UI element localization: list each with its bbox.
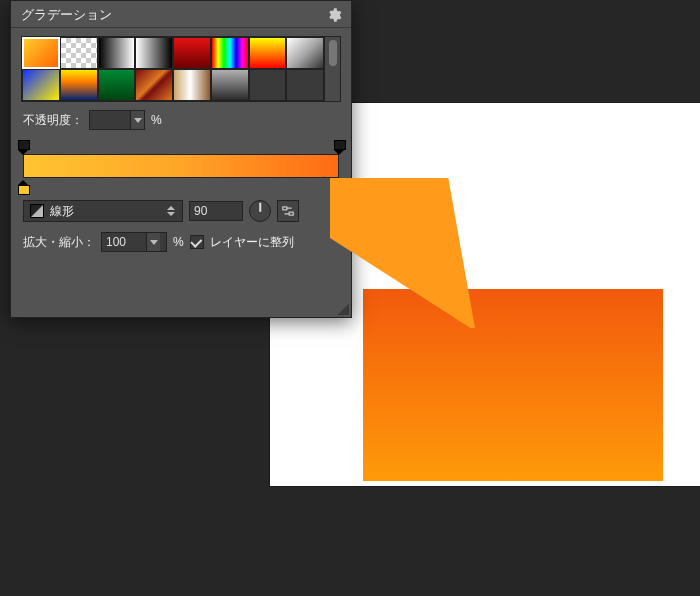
gradient-swatch[interactable] [135, 37, 173, 69]
workspace-bg [0, 516, 700, 596]
color-stop[interactable] [334, 180, 344, 192]
gradient-swatch[interactable] [286, 69, 324, 101]
reverse-gradient-button[interactable] [277, 200, 299, 222]
preset-scrollbar[interactable] [324, 37, 340, 101]
select-arrows-icon [166, 203, 176, 219]
gradient-swatch[interactable] [22, 37, 60, 69]
gradient-type-label: 線形 [50, 203, 160, 220]
gradient-bar[interactable] [23, 154, 339, 178]
color-stop[interactable] [18, 180, 28, 192]
gradient-swatch[interactable] [211, 37, 249, 69]
scale-stepper[interactable] [146, 233, 160, 251]
opacity-field[interactable] [89, 110, 145, 130]
gradient-swatch[interactable] [249, 37, 287, 69]
align-label: レイヤーに整列 [210, 234, 294, 251]
panel-resize-grip-icon[interactable] [335, 301, 349, 315]
gradient-swatch[interactable] [98, 69, 136, 101]
scale-label: 拡大・縮小： [23, 234, 95, 251]
gear-icon[interactable] [325, 6, 343, 24]
opacity-stop[interactable] [18, 140, 28, 152]
opacity-unit: % [151, 113, 162, 127]
gradient-rectangle[interactable] [363, 289, 663, 481]
opacity-stepper[interactable] [130, 111, 144, 129]
angle-input[interactable] [190, 204, 234, 218]
linear-icon [30, 204, 44, 218]
opacity-row: 不透明度： % [11, 106, 351, 134]
gradient-swatch[interactable] [211, 69, 249, 101]
gradient-type-select[interactable]: 線形 [23, 200, 183, 222]
gradient-presets [21, 36, 341, 102]
gradient-editor[interactable] [23, 140, 339, 192]
gradient-swatch[interactable] [22, 69, 60, 101]
gradient-swatch[interactable] [98, 37, 136, 69]
gradient-swatch[interactable] [286, 37, 324, 69]
svg-rect-0 [283, 207, 287, 210]
gradient-panel: グラデーション 不透明度： % 線形 [10, 0, 352, 318]
gradient-swatch[interactable] [249, 69, 287, 101]
gradient-swatch[interactable] [60, 69, 98, 101]
svg-rect-1 [289, 212, 293, 215]
gradient-swatch[interactable] [173, 69, 211, 101]
align-to-layer-checkbox[interactable] [190, 235, 204, 249]
scale-input[interactable] [102, 235, 146, 249]
opacity-input[interactable] [90, 113, 130, 127]
opacity-stop[interactable] [334, 140, 344, 152]
gradient-swatch[interactable] [135, 69, 173, 101]
scale-unit: % [173, 235, 184, 249]
gradient-swatch[interactable] [60, 37, 98, 69]
angle-dial[interactable] [249, 200, 271, 222]
scale-row: 拡大・縮小： % レイヤーに整列 [11, 228, 351, 256]
type-row: 線形 [11, 194, 351, 228]
opacity-label: 不透明度： [23, 112, 83, 129]
angle-field[interactable] [189, 201, 243, 221]
scale-field[interactable] [101, 232, 167, 252]
panel-title: グラデーション [21, 6, 112, 24]
scrollbar-thumb[interactable] [329, 40, 337, 66]
gradient-swatch[interactable] [173, 37, 211, 69]
